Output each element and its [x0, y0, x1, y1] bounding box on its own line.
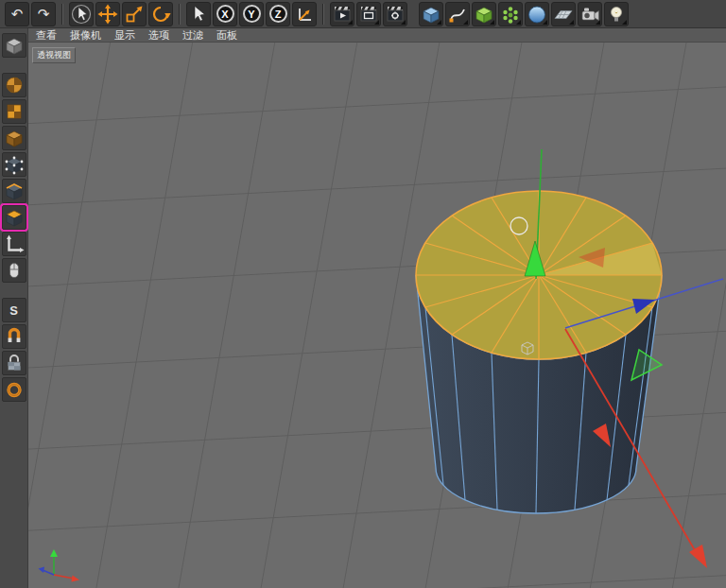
subdivision-surface-button[interactable] [472, 2, 496, 26]
subdivision-surface-icon [473, 3, 495, 26]
workplane-button[interactable] [2, 377, 26, 402]
array-generator-button[interactable] [498, 2, 523, 26]
redo-icon: ↷ [38, 7, 50, 21]
light-object-icon [605, 3, 628, 26]
menu-panel[interactable]: 面板 [216, 28, 237, 43]
tool-cursor-icon [187, 3, 210, 26]
workplane-mode-button[interactable] [2, 126, 26, 150]
model-mode-button[interactable] [2, 73, 26, 97]
coordinate-system-icon [293, 3, 316, 26]
lock-workplane-button[interactable] [2, 351, 26, 375]
sky-object-icon [526, 3, 548, 26]
light-object-button[interactable] [604, 2, 629, 26]
lock-x-icon: X [216, 5, 234, 23]
menu-view[interactable]: 查看 [36, 28, 57, 43]
points-mode-button[interactable] [2, 152, 26, 177]
menu-filter[interactable]: 过滤 [182, 28, 203, 43]
model-mode-icon [3, 74, 26, 96]
mode-sidebar: S [0, 28, 28, 588]
add-cube-icon [420, 3, 442, 26]
edges-mode-button[interactable] [2, 179, 26, 203]
camera-object-button[interactable] [578, 2, 602, 26]
lock-y-icon: Y [243, 5, 261, 23]
add-cube-button[interactable] [419, 2, 443, 26]
toolbar-separator [179, 4, 181, 25]
polygons-mode-icon [3, 206, 26, 229]
spline-pen-button[interactable] [445, 2, 470, 26]
undo-icon: ↶ [11, 7, 24, 21]
edges-mode-icon [3, 180, 26, 202]
cylinder-object[interactable] [416, 191, 662, 513]
redo-button[interactable]: ↷ [31, 2, 56, 26]
snap-settings-icon: S [9, 303, 18, 318]
c4d-window: ↶ ↷ [0, 0, 726, 588]
menu-display[interactable]: 显示 [114, 28, 135, 43]
top-toolbar: ↶ ↷ [0, 0, 726, 28]
magnet-icon [3, 325, 26, 348]
make-editable-button[interactable] [2, 33, 26, 58]
padlock-icon [3, 352, 26, 374]
rotate-tool-button[interactable] [148, 2, 173, 26]
undo-button[interactable]: ↶ [5, 2, 29, 26]
workplane-mode-icon [3, 127, 26, 149]
texture-mode-icon [3, 100, 26, 123]
magnet-snap-button[interactable] [2, 324, 26, 349]
texture-mode-button[interactable] [2, 99, 26, 124]
render-picture-viewer-icon [357, 3, 380, 26]
viewport[interactable]: 查看 摄像机 显示 选项 过滤 面板 透视视图 [28, 28, 726, 588]
menu-cameras[interactable]: 摄像机 [70, 28, 101, 43]
enable-axis-icon [3, 233, 26, 255]
live-selection-button[interactable] [69, 2, 94, 26]
points-mode-icon [3, 153, 26, 176]
move-tool-button[interactable] [95, 2, 120, 26]
lock-x-button[interactable]: X [213, 2, 237, 26]
render-view-button[interactable] [330, 2, 354, 26]
mouse-icon [3, 259, 26, 282]
render-view-icon [331, 3, 354, 26]
coordinate-system-button[interactable] [292, 2, 317, 26]
scene-canvas[interactable] [28, 43, 726, 588]
toolbar-separator [322, 4, 324, 25]
menu-options[interactable]: 选项 [148, 28, 169, 43]
sky-object-button[interactable] [525, 2, 549, 26]
viewport-label: 透视视图 [32, 47, 76, 63]
viewport-solo-button[interactable] [2, 258, 26, 283]
camera-object-icon [579, 3, 601, 26]
polygons-mode-button[interactable] [2, 205, 26, 230]
render-settings-button[interactable] [383, 2, 407, 26]
enable-axis-button[interactable] [2, 232, 26, 256]
toolbar-separator [61, 4, 63, 25]
array-generator-icon [499, 3, 522, 26]
tool-slot-button[interactable] [186, 2, 211, 26]
move-tool-icon [96, 3, 119, 26]
viewport-menu-bar: 查看 摄像机 显示 选项 过滤 面板 [28, 28, 726, 43]
workplane-ring-icon [3, 378, 26, 401]
lock-z-button[interactable]: Z [266, 2, 290, 26]
floor-object-button[interactable] [551, 2, 576, 26]
lock-z-icon: Z [269, 5, 287, 23]
spline-pen-icon [446, 3, 469, 26]
rotate-tool-icon [149, 3, 172, 26]
render-settings-icon [384, 3, 406, 26]
scale-tool-icon [123, 3, 146, 26]
scale-tool-button[interactable] [122, 2, 147, 26]
make-editable-icon [3, 34, 26, 57]
live-selection-icon [70, 3, 93, 26]
render-picture-viewer-button[interactable] [356, 2, 381, 26]
snap-settings-button[interactable]: S [2, 298, 26, 322]
lock-y-button[interactable]: Y [239, 2, 264, 26]
floor-object-icon [552, 3, 575, 26]
